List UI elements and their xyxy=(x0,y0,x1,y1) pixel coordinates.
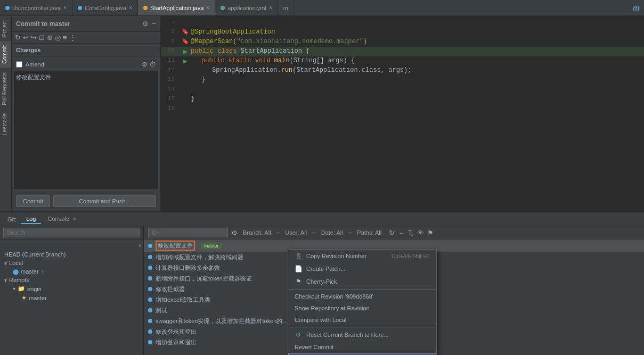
settings-icon[interactable]: ⚙ xyxy=(142,20,149,28)
redo-icon[interactable]: ↪ xyxy=(31,34,37,42)
toolbar-icons: ⚙ − xyxy=(142,20,156,28)
remote-label: Remote xyxy=(9,277,30,283)
patch-icon: 📄 xyxy=(295,265,302,273)
filter-paths-btn[interactable]: Paths: All xyxy=(355,228,384,237)
tab-startapplication[interactable]: StartApplication.java × xyxy=(138,0,215,15)
tab-dot xyxy=(5,6,10,10)
tab-log-label: Log xyxy=(26,216,36,222)
tab-application-yml[interactable]: application.yml × xyxy=(215,0,278,15)
log-dot-8 xyxy=(148,329,152,334)
code-line-11: 11 ▶ public static void main(String[] ar… xyxy=(161,56,644,66)
log-entry-msg-3: 新增附件接口，屏蔽token拦截器验证 xyxy=(156,275,252,283)
commit-message-input[interactable]: 修改配置文件 xyxy=(14,71,158,189)
code-line-12: 12 SpringApplication.run(StartApplicatio… xyxy=(161,66,644,76)
folder-icon: 📁 xyxy=(18,285,25,292)
cherry-icon: ⚑ xyxy=(295,278,302,285)
close-icon[interactable]: × xyxy=(63,5,67,11)
log-dot-5 xyxy=(148,298,152,302)
bottom-tab-bar: Git: Log Console × xyxy=(0,212,644,226)
sort-icon[interactable]: ≡ xyxy=(63,34,67,42)
ctx-show-repository[interactable]: Show Repository at Revision xyxy=(288,302,436,314)
more-icon[interactable]: ⋮ xyxy=(69,34,76,42)
log-left-list: ‹ HEAD (Current Branch) ▾ Local ⬤ master… xyxy=(0,240,143,355)
log-collapse-toggle[interactable]: ‹ xyxy=(0,240,143,250)
sidebar-item-project[interactable]: Project xyxy=(0,16,11,41)
tab-corsconfig[interactable]: CorsConfig.java × xyxy=(72,0,138,15)
ctx-cherry-pick-label: Cherry-Pick xyxy=(306,278,337,285)
close-icon[interactable]: × xyxy=(206,5,209,11)
refresh-log-icon[interactable]: ↻ xyxy=(389,229,395,237)
log-master-branch[interactable]: ⬤ master ↑ xyxy=(9,267,143,276)
log-right-search[interactable] xyxy=(148,228,228,237)
eye-icon[interactable]: 👁 xyxy=(417,229,424,237)
minimize-icon[interactable]: − xyxy=(152,20,156,28)
log-search-input[interactable] xyxy=(3,228,140,237)
ctx-undo-commit[interactable]: Undo Commit... xyxy=(288,353,436,355)
amend-row: Amend ⚙ ⏱ xyxy=(14,59,158,71)
changes-header: Changes xyxy=(12,44,160,56)
bookmark2-icon: 🔖 xyxy=(182,38,189,45)
collapse-icon: ▾ xyxy=(4,260,7,266)
ctx-compare-local[interactable]: Compare with Local xyxy=(288,314,436,326)
run-icon[interactable]: ▶ xyxy=(183,47,188,56)
tab-log[interactable]: Log xyxy=(21,214,41,224)
settings-log-icon[interactable]: ⚙ xyxy=(231,229,238,237)
ctx-create-patch[interactable]: 📄 Create Patch... xyxy=(288,262,436,275)
sidebar-item-commit[interactable]: Commit xyxy=(0,41,11,68)
stage-icon[interactable]: ⊕ xyxy=(47,34,53,42)
tab-usercontroller[interactable]: Usercontroller.java × xyxy=(0,0,72,15)
log-left: ‹ HEAD (Current Branch) ▾ Local ⬤ master… xyxy=(0,226,144,355)
commit-message-area: Amend ⚙ ⏱ 修改配置文件 xyxy=(12,56,160,191)
copy-icon: ⎘ xyxy=(295,252,302,260)
tab-console[interactable]: Console × xyxy=(42,214,81,224)
log-origin-folder[interactable]: ▾ 📁 origin xyxy=(9,284,143,293)
filter-branch-btn[interactable]: Branch: All xyxy=(241,228,273,237)
ctx-cherry-pick[interactable]: ⚑ Cherry-Pick xyxy=(288,275,436,288)
ctx-revert-label: Revert Commit xyxy=(295,344,333,350)
branch-icon: ⬤ xyxy=(13,269,19,275)
ctx-compare-local-label: Compare with Local xyxy=(295,317,346,323)
diff-icon[interactable]: ⊡ xyxy=(39,34,45,42)
origin-label: origin xyxy=(27,286,42,292)
sort-log-icon[interactable]: ⇅ xyxy=(408,229,414,237)
tab-dot xyxy=(78,6,82,10)
filter-user-btn[interactable]: User: All xyxy=(283,228,309,237)
refresh-icon[interactable]: ↻ xyxy=(15,34,21,42)
log-origin-master[interactable]: ★ master xyxy=(17,293,143,302)
tab-dot xyxy=(221,6,225,10)
tab-m[interactable]: m xyxy=(278,0,294,15)
settings-small-icon[interactable]: ⚙ xyxy=(142,61,148,68)
amend-checkbox[interactable] xyxy=(16,61,22,68)
log-dot-2 xyxy=(148,266,152,270)
star-icon: ★ xyxy=(21,294,27,301)
filter-date-btn[interactable]: Date: All xyxy=(319,228,345,237)
ctx-copy-revision[interactable]: ⎘ Copy Revision Number Ctrl+Alt+Shift+C xyxy=(288,250,436,262)
clock-icon[interactable]: ⏱ xyxy=(150,61,156,68)
commit-button[interactable]: Commit xyxy=(16,195,50,207)
bottom-content: ‹ HEAD (Current Branch) ▾ Local ⬤ master… xyxy=(0,226,644,355)
arrow-left-icon[interactable]: ← xyxy=(398,229,405,237)
log-remote-header[interactable]: ▾ Remote xyxy=(0,276,143,284)
ctx-checkout-revision[interactable]: Checkout Revision '909dd868' xyxy=(288,291,436,302)
log-local-header[interactable]: ▾ Local xyxy=(0,259,143,267)
undo-icon[interactable]: ↩ xyxy=(23,34,29,42)
sidebar-item-leetcode[interactable]: Leetcode xyxy=(0,109,11,139)
sidebar-item-pullrequests[interactable]: Pull Requests xyxy=(0,68,11,110)
tab-console-label: Console xyxy=(47,216,69,222)
close-icon[interactable]: × xyxy=(129,5,132,11)
flag-icon[interactable]: ⚑ xyxy=(427,229,434,237)
log-entry-msg-1: 增加跨域配置文件，解决跨域问题 xyxy=(156,253,243,261)
ctx-reset-branch[interactable]: ↺ Reset Current Branch to Here... xyxy=(288,328,436,341)
view-icon[interactable]: ◎ xyxy=(55,34,61,42)
ctx-revert-commit[interactable]: Revert Commit xyxy=(288,341,436,353)
tab-label: application.yml xyxy=(227,5,266,11)
log-head[interactable]: HEAD (Current Branch) xyxy=(0,250,143,259)
commit-push-button[interactable]: Commit and Push... xyxy=(53,195,156,207)
close-icon[interactable]: × xyxy=(269,5,272,11)
right-panel: 7 8 🔖 @SpringBootApplication 9 xyxy=(161,16,644,211)
console-close-icon[interactable]: × xyxy=(73,216,76,222)
local-label: Local xyxy=(9,260,23,266)
run2-icon[interactable]: ▶ xyxy=(183,57,188,65)
chevron-left-icon[interactable]: ‹ xyxy=(138,241,141,249)
code-line-8: 8 🔖 @SpringBootApplication xyxy=(161,28,644,37)
